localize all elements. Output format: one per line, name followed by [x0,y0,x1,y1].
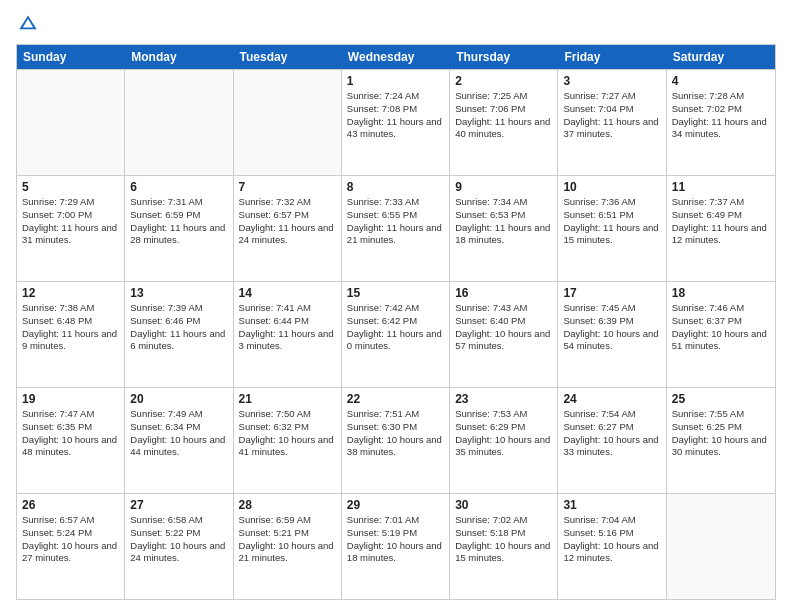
day-info: Sunrise: 7:53 AM Sunset: 6:29 PM Dayligh… [455,408,552,459]
week-row-3: 12Sunrise: 7:38 AM Sunset: 6:48 PM Dayli… [17,281,775,387]
day-cell-8: 8Sunrise: 7:33 AM Sunset: 6:55 PM Daylig… [342,176,450,281]
day-number: 24 [563,392,660,406]
day-number: 10 [563,180,660,194]
day-info: Sunrise: 7:51 AM Sunset: 6:30 PM Dayligh… [347,408,444,459]
day-header-tuesday: Tuesday [234,45,342,69]
day-number: 3 [563,74,660,88]
day-info: Sunrise: 7:02 AM Sunset: 5:18 PM Dayligh… [455,514,552,565]
day-cell-4: 4Sunrise: 7:28 AM Sunset: 7:02 PM Daylig… [667,70,775,175]
day-info: Sunrise: 7:50 AM Sunset: 6:32 PM Dayligh… [239,408,336,459]
day-info: Sunrise: 7:49 AM Sunset: 6:34 PM Dayligh… [130,408,227,459]
day-number: 14 [239,286,336,300]
week-row-1: 1Sunrise: 7:24 AM Sunset: 7:08 PM Daylig… [17,69,775,175]
day-number: 27 [130,498,227,512]
empty-cell [125,70,233,175]
day-cell-21: 21Sunrise: 7:50 AM Sunset: 6:32 PM Dayli… [234,388,342,493]
day-cell-31: 31Sunrise: 7:04 AM Sunset: 5:16 PM Dayli… [558,494,666,599]
day-number: 5 [22,180,119,194]
day-cell-5: 5Sunrise: 7:29 AM Sunset: 7:00 PM Daylig… [17,176,125,281]
day-number: 8 [347,180,444,194]
day-cell-25: 25Sunrise: 7:55 AM Sunset: 6:25 PM Dayli… [667,388,775,493]
day-cell-3: 3Sunrise: 7:27 AM Sunset: 7:04 PM Daylig… [558,70,666,175]
day-number: 4 [672,74,770,88]
day-cell-29: 29Sunrise: 7:01 AM Sunset: 5:19 PM Dayli… [342,494,450,599]
empty-cell [667,494,775,599]
day-info: Sunrise: 7:38 AM Sunset: 6:48 PM Dayligh… [22,302,119,353]
day-number: 26 [22,498,119,512]
day-info: Sunrise: 7:45 AM Sunset: 6:39 PM Dayligh… [563,302,660,353]
header [16,12,776,36]
day-info: Sunrise: 7:43 AM Sunset: 6:40 PM Dayligh… [455,302,552,353]
day-info: Sunrise: 6:59 AM Sunset: 5:21 PM Dayligh… [239,514,336,565]
day-number: 31 [563,498,660,512]
day-number: 29 [347,498,444,512]
day-header-monday: Monday [125,45,233,69]
day-number: 25 [672,392,770,406]
day-cell-19: 19Sunrise: 7:47 AM Sunset: 6:35 PM Dayli… [17,388,125,493]
day-number: 30 [455,498,552,512]
day-number: 16 [455,286,552,300]
day-info: Sunrise: 7:24 AM Sunset: 7:08 PM Dayligh… [347,90,444,141]
day-cell-30: 30Sunrise: 7:02 AM Sunset: 5:18 PM Dayli… [450,494,558,599]
day-number: 23 [455,392,552,406]
day-cell-28: 28Sunrise: 6:59 AM Sunset: 5:21 PM Dayli… [234,494,342,599]
day-cell-12: 12Sunrise: 7:38 AM Sunset: 6:48 PM Dayli… [17,282,125,387]
day-header-saturday: Saturday [667,45,775,69]
day-number: 9 [455,180,552,194]
day-cell-2: 2Sunrise: 7:25 AM Sunset: 7:06 PM Daylig… [450,70,558,175]
day-info: Sunrise: 7:55 AM Sunset: 6:25 PM Dayligh… [672,408,770,459]
day-info: Sunrise: 7:29 AM Sunset: 7:00 PM Dayligh… [22,196,119,247]
day-cell-22: 22Sunrise: 7:51 AM Sunset: 6:30 PM Dayli… [342,388,450,493]
day-info: Sunrise: 7:25 AM Sunset: 7:06 PM Dayligh… [455,90,552,141]
day-cell-27: 27Sunrise: 6:58 AM Sunset: 5:22 PM Dayli… [125,494,233,599]
empty-cell [234,70,342,175]
day-cell-9: 9Sunrise: 7:34 AM Sunset: 6:53 PM Daylig… [450,176,558,281]
day-number: 6 [130,180,227,194]
calendar-body: 1Sunrise: 7:24 AM Sunset: 7:08 PM Daylig… [17,69,775,599]
day-cell-14: 14Sunrise: 7:41 AM Sunset: 6:44 PM Dayli… [234,282,342,387]
day-number: 11 [672,180,770,194]
day-info: Sunrise: 7:41 AM Sunset: 6:44 PM Dayligh… [239,302,336,353]
day-info: Sunrise: 7:36 AM Sunset: 6:51 PM Dayligh… [563,196,660,247]
day-info: Sunrise: 7:27 AM Sunset: 7:04 PM Dayligh… [563,90,660,141]
day-number: 18 [672,286,770,300]
day-header-thursday: Thursday [450,45,558,69]
day-info: Sunrise: 7:04 AM Sunset: 5:16 PM Dayligh… [563,514,660,565]
day-number: 12 [22,286,119,300]
day-info: Sunrise: 7:32 AM Sunset: 6:57 PM Dayligh… [239,196,336,247]
page: SundayMondayTuesdayWednesdayThursdayFrid… [0,0,792,612]
day-header-sunday: Sunday [17,45,125,69]
calendar: SundayMondayTuesdayWednesdayThursdayFrid… [16,44,776,600]
day-cell-13: 13Sunrise: 7:39 AM Sunset: 6:46 PM Dayli… [125,282,233,387]
day-cell-24: 24Sunrise: 7:54 AM Sunset: 6:27 PM Dayli… [558,388,666,493]
day-info: Sunrise: 7:42 AM Sunset: 6:42 PM Dayligh… [347,302,444,353]
day-info: Sunrise: 7:37 AM Sunset: 6:49 PM Dayligh… [672,196,770,247]
day-cell-15: 15Sunrise: 7:42 AM Sunset: 6:42 PM Dayli… [342,282,450,387]
day-cell-20: 20Sunrise: 7:49 AM Sunset: 6:34 PM Dayli… [125,388,233,493]
day-number: 19 [22,392,119,406]
week-row-4: 19Sunrise: 7:47 AM Sunset: 6:35 PM Dayli… [17,387,775,493]
day-info: Sunrise: 7:28 AM Sunset: 7:02 PM Dayligh… [672,90,770,141]
day-info: Sunrise: 7:39 AM Sunset: 6:46 PM Dayligh… [130,302,227,353]
logo [16,12,44,36]
day-cell-6: 6Sunrise: 7:31 AM Sunset: 6:59 PM Daylig… [125,176,233,281]
day-header-friday: Friday [558,45,666,69]
day-number: 2 [455,74,552,88]
week-row-5: 26Sunrise: 6:57 AM Sunset: 5:24 PM Dayli… [17,493,775,599]
day-info: Sunrise: 7:54 AM Sunset: 6:27 PM Dayligh… [563,408,660,459]
day-info: Sunrise: 6:58 AM Sunset: 5:22 PM Dayligh… [130,514,227,565]
day-number: 1 [347,74,444,88]
day-number: 13 [130,286,227,300]
day-info: Sunrise: 7:33 AM Sunset: 6:55 PM Dayligh… [347,196,444,247]
logo-icon [16,12,40,36]
day-cell-11: 11Sunrise: 7:37 AM Sunset: 6:49 PM Dayli… [667,176,775,281]
day-cell-1: 1Sunrise: 7:24 AM Sunset: 7:08 PM Daylig… [342,70,450,175]
day-cell-16: 16Sunrise: 7:43 AM Sunset: 6:40 PM Dayli… [450,282,558,387]
day-number: 15 [347,286,444,300]
day-cell-17: 17Sunrise: 7:45 AM Sunset: 6:39 PM Dayli… [558,282,666,387]
day-number: 20 [130,392,227,406]
day-number: 7 [239,180,336,194]
day-info: Sunrise: 6:57 AM Sunset: 5:24 PM Dayligh… [22,514,119,565]
empty-cell [17,70,125,175]
day-number: 17 [563,286,660,300]
